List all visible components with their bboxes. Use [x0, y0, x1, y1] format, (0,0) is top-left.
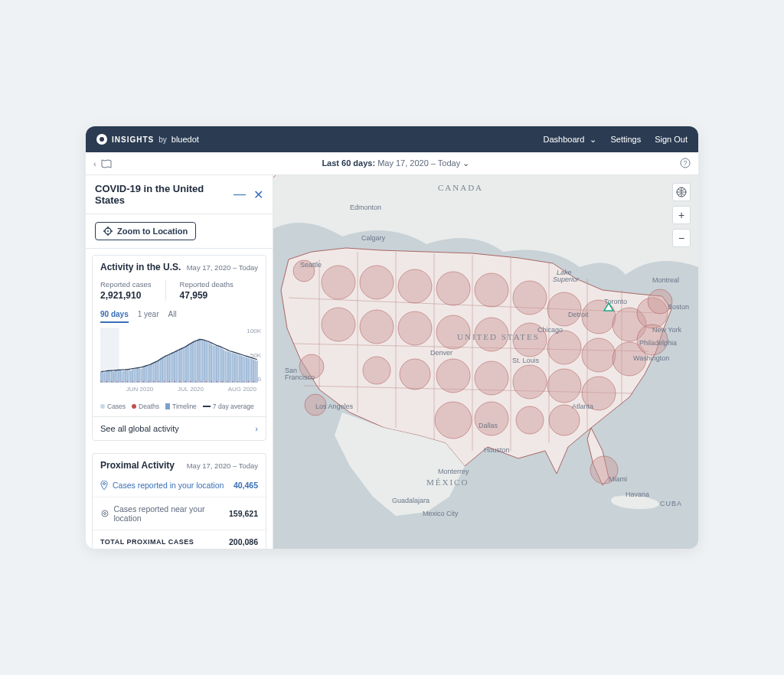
svg-rect-11	[111, 370, 113, 383]
tab-all[interactable]: All	[168, 307, 177, 323]
svg-rect-77	[227, 351, 228, 383]
activity-range: May 17, 2020 – Today	[187, 263, 258, 272]
svg-point-140	[436, 359, 470, 393]
svg-rect-45	[171, 354, 172, 383]
label-cuba: CUBA	[660, 500, 682, 507]
svg-rect-14	[116, 370, 118, 383]
svg-rect-71	[216, 346, 217, 383]
svg-point-102	[137, 381, 138, 382]
map-controls: + −	[672, 183, 691, 247]
svg-text:Chicago: Chicago	[537, 326, 563, 334]
svg-point-135	[398, 269, 432, 303]
svg-rect-42	[165, 355, 167, 383]
svg-text:?: ?	[683, 159, 687, 167]
svg-text:Philadelphia: Philadelphia	[639, 339, 677, 347]
svg-rect-56	[190, 343, 191, 383]
main-content: COVID-19 in the United States — ✕ Zoom t…	[86, 175, 698, 549]
svg-rect-28	[141, 369, 142, 383]
svg-rect-75	[223, 350, 224, 383]
svg-rect-74	[221, 348, 223, 383]
activity-chart: 100K 50K 0 JUN 2020 JUL 2020 AUG 2020	[93, 323, 266, 399]
svg-point-98	[116, 381, 117, 382]
proximal-card: Proximal Activity May 17, 2020 – Today C…	[92, 453, 266, 549]
stat-deaths: Reported deaths 47,959	[165, 280, 234, 301]
svg-rect-36	[155, 361, 156, 383]
svg-rect-29	[142, 367, 144, 383]
top-nav-right: Dashboard ⌄ Settings Sign Out	[544, 135, 688, 145]
proximal-row-your-location[interactable]: Cases reported in your location 40,465	[93, 474, 266, 497]
svg-point-133	[360, 310, 394, 344]
brand: INSIGHTS by bluedot	[96, 134, 199, 145]
svg-rect-32	[148, 366, 149, 383]
chart-svg	[100, 328, 258, 383]
nav-signout[interactable]: Sign Out	[655, 135, 688, 144]
svg-rect-78	[228, 352, 230, 383]
svg-point-146	[513, 281, 547, 315]
zoom-in-button[interactable]: +	[672, 206, 691, 224]
svg-point-120	[232, 381, 233, 382]
svg-point-97	[111, 381, 112, 382]
map-globe-button[interactable]	[672, 183, 691, 201]
svg-rect-58	[193, 341, 194, 383]
filter-back[interactable]: ‹	[93, 159, 112, 168]
svg-text:Houston: Houston	[484, 446, 510, 454]
minimize-icon[interactable]: —	[234, 188, 246, 202]
svg-rect-24	[133, 369, 135, 383]
minus-icon: −	[678, 232, 684, 244]
svg-point-121	[237, 381, 238, 382]
svg-point-96	[106, 381, 106, 382]
svg-rect-49	[178, 350, 179, 383]
svg-point-114	[201, 381, 201, 382]
svg-rect-57	[191, 342, 193, 383]
svg-rect-50	[179, 348, 181, 383]
label-us: UNITED STATES	[457, 332, 540, 341]
svg-point-141	[435, 402, 472, 439]
svg-rect-55	[188, 344, 189, 383]
svg-point-100	[127, 381, 128, 382]
svg-rect-79	[230, 352, 231, 383]
svg-rect-51	[181, 348, 182, 383]
svg-point-105	[153, 381, 154, 382]
svg-rect-6	[102, 371, 103, 383]
nav-settings[interactable]: Settings	[610, 135, 641, 144]
svg-rect-54	[186, 345, 188, 383]
svg-rect-25	[136, 368, 137, 383]
tab-90days[interactable]: 90 days	[100, 307, 129, 323]
svg-rect-72	[217, 347, 219, 383]
svg-point-137	[400, 359, 430, 390]
nav-dashboard[interactable]: Dashboard ⌄	[544, 135, 597, 145]
chart-legend: Cases Deaths Timeline 7 day average	[93, 399, 266, 416]
activity-title: Activity in the U.S.	[100, 262, 181, 272]
zoom-to-location-button[interactable]: Zoom to Location	[95, 222, 196, 240]
map[interactable]: CANADA UNITED STATES MÉXICO CUBA Edmonto…	[273, 175, 698, 549]
svg-point-113	[195, 381, 196, 382]
date-range-selector[interactable]: Last 60 days: May 17, 2020 – Today ⌄	[112, 158, 680, 168]
svg-point-122	[243, 381, 243, 382]
svg-rect-48	[175, 351, 177, 383]
svg-rect-23	[132, 370, 133, 383]
svg-rect-20	[126, 370, 128, 383]
close-icon[interactable]: ✕	[253, 188, 263, 202]
see-global-activity-link[interactable]: See all global activity ›	[93, 416, 266, 440]
svg-text:Dallas: Dallas	[479, 422, 498, 429]
svg-point-149	[516, 406, 544, 434]
tab-1year[interactable]: 1 year	[138, 307, 159, 323]
svg-rect-9	[107, 370, 109, 383]
filter-bar: ‹ Last 60 days: May 17, 2020 – Today ⌄ ?	[86, 152, 698, 175]
svg-rect-83	[237, 354, 239, 383]
proximal-row-near-location[interactable]: Cases reported near your location 159,62…	[93, 497, 266, 530]
svg-text:Detroit: Detroit	[568, 311, 589, 318]
app-window: INSIGHTS by bluedot Dashboard ⌄ Settings…	[86, 126, 698, 549]
svg-point-117	[216, 381, 217, 382]
svg-rect-10	[109, 371, 110, 383]
svg-point-145	[475, 402, 508, 435]
svg-point-104	[148, 381, 149, 382]
target-icon	[103, 227, 113, 236]
svg-point-144	[475, 361, 508, 395]
zoom-out-button[interactable]: −	[672, 229, 691, 247]
svg-point-111	[185, 381, 185, 382]
svg-point-148	[513, 365, 547, 399]
help-button[interactable]: ?	[680, 158, 691, 170]
svg-rect-16	[119, 370, 121, 383]
chevron-left-icon: ‹	[93, 159, 96, 168]
